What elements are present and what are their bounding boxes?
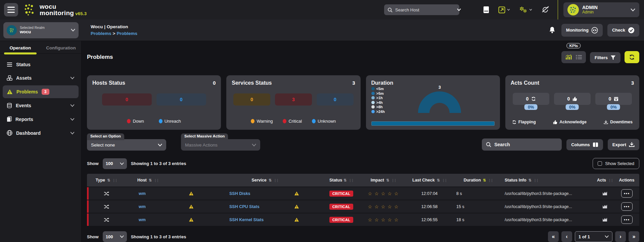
sidebar-item-reports[interactable]: Reports (3, 113, 79, 125)
breadcrumb-link-problems-section[interactable]: Problems (91, 31, 111, 36)
service-link[interactable]: SSH CPU Stats (229, 204, 260, 209)
flapping-count[interactable]: 0 0% (513, 93, 549, 105)
acts-cell[interactable] (596, 217, 614, 222)
table-row[interactable]: wm SSH CPU Stats CRITICAL ☆☆☆☆☆ 12:06:58… (87, 200, 639, 213)
drag-handle-icon[interactable]: ⋮⋮ (488, 178, 493, 182)
row-actions-button[interactable]: ●●● (621, 215, 633, 224)
column-status[interactable]: Status⇅⋮⋮ (322, 176, 361, 184)
show-selected-checkbox[interactable] (598, 161, 602, 166)
column-status-info[interactable]: Status Info⇅⋮⋮ (503, 176, 596, 184)
user-menu[interactable]: ADMIN Admin (563, 2, 639, 17)
search-host-combobox[interactable] (384, 4, 459, 15)
drag-handle-icon[interactable]: ⋮⋮ (154, 178, 158, 182)
page-title: Problems (87, 54, 113, 63)
previous-page-button[interactable]: ‹ (561, 231, 572, 242)
drag-handle-icon[interactable]: ⋮⋮ (274, 178, 278, 182)
show-selected-toggle[interactable]: Show Selected (593, 158, 639, 169)
page-size-select[interactable]: 100 (103, 158, 127, 169)
auto-refresh-off-icon[interactable] (541, 6, 550, 14)
services-total: 3 (352, 80, 355, 86)
sort-icon[interactable]: ⇅ (528, 178, 532, 183)
sort-icon[interactable]: ⇅ (269, 178, 272, 183)
column-duration[interactable]: Duration⇅⋮⋮ (453, 176, 503, 184)
column-type[interactable]: Type⇅⋮⋮ (89, 176, 124, 184)
realm-selector[interactable]: Selected Realm wocu (3, 22, 79, 38)
column-host[interactable]: Host⇅⋮⋮ (124, 176, 208, 184)
drag-handle-icon[interactable]: ⋮⋮ (112, 178, 117, 182)
services-critical-bar[interactable]: 3 (275, 93, 312, 106)
services-unknown-bar[interactable]: 0 (317, 93, 354, 106)
select-option-dropdown[interactable]: Select none (87, 139, 166, 151)
next-page-button[interactable]: › (615, 231, 626, 242)
service-link[interactable]: SSH Disks (229, 191, 250, 196)
impact-stars[interactable]: ☆☆☆☆☆ (361, 191, 406, 196)
page-size-select[interactable]: 100 (103, 231, 127, 242)
sidebar-item-problems[interactable]: Problems 3 (3, 85, 79, 98)
table-row[interactable]: wm SSH Kernel Stats CRITICAL ☆☆☆☆☆ 12:06… (87, 213, 639, 226)
columns-button[interactable]: Columns (566, 139, 603, 150)
sidebar-item-dashboard[interactable]: Dashboard (3, 127, 79, 139)
drag-handle-icon[interactable]: ⋮⋮ (349, 178, 353, 182)
impact-stars[interactable]: ☆☆☆☆☆ (361, 204, 406, 209)
search-host-input[interactable] (395, 7, 454, 12)
column-acts[interactable]: Acts⋮⋮ (596, 176, 614, 184)
sort-icon[interactable]: ⇅ (386, 178, 389, 183)
check-toggle-button[interactable]: Check (607, 24, 639, 37)
acts-cell[interactable] (596, 191, 614, 196)
tab-operation[interactable]: Operation (0, 41, 41, 53)
drag-handle-icon[interactable]: ⋮⋮ (442, 178, 447, 182)
column-service[interactable]: Service⇅⋮⋮ (208, 176, 322, 184)
sort-icon[interactable]: ⇅ (343, 178, 347, 183)
drag-handle-icon[interactable]: ⋮⋮ (391, 178, 396, 182)
host-link[interactable]: wm (139, 204, 146, 209)
kpi-view-toggle[interactable] (561, 51, 586, 63)
sort-icon[interactable]: ⇅ (107, 178, 110, 183)
massive-actions-dropdown[interactable]: Massive Actions (181, 139, 260, 151)
chevron-down-icon (70, 132, 75, 134)
sort-icon[interactable]: ⇅ (437, 178, 440, 183)
last-page-button[interactable]: » (629, 231, 639, 242)
drag-handle-icon[interactable]: ⋮⋮ (608, 178, 613, 182)
drag-handle-icon[interactable]: ⋮⋮ (534, 178, 538, 182)
monitoring-toggle-button[interactable]: Monitoring (561, 24, 603, 37)
external-tools-menu[interactable] (498, 6, 510, 13)
settings-menu[interactable] (519, 6, 532, 13)
hosts-down-bar[interactable]: 0 (102, 93, 152, 106)
services-warning-bar[interactable]: 0 (233, 93, 270, 106)
breadcrumb-link-problems-page[interactable]: Problems (117, 31, 137, 36)
column-last-check[interactable]: Last Check⇅⋮⋮ (406, 176, 453, 184)
row-actions-button[interactable]: ●●● (621, 189, 633, 198)
acts-cell[interactable] (596, 204, 614, 209)
duration-gauge[interactable] (418, 91, 461, 113)
hamburger-menu-button[interactable] (4, 3, 18, 16)
host-link[interactable]: wm (139, 191, 146, 196)
table-search-input[interactable] (494, 142, 545, 147)
sidebar-item-assets[interactable]: Assets (3, 72, 79, 84)
filters-button[interactable]: Filters (590, 52, 620, 63)
column-impact[interactable]: Impact⇅⋮⋮ (361, 176, 406, 184)
sidebar-item-events[interactable]: Events (3, 99, 79, 112)
sort-icon-active[interactable]: ⇅ (483, 178, 486, 183)
sidebar-item-status[interactable]: Status (3, 58, 79, 71)
notifications-bell-icon[interactable] (549, 27, 555, 34)
impact-stars[interactable]: ☆☆☆☆☆ (361, 217, 406, 223)
table-row[interactable]: wm SSH Disks CRITICAL ☆☆☆☆☆ 12:07:04 8 s… (87, 187, 639, 200)
page-select[interactable]: 1 of 1 (575, 231, 612, 242)
documentation-icon[interactable] (483, 6, 490, 13)
reports-icon (7, 116, 12, 122)
hosts-unreach-bar[interactable]: 0 (156, 93, 206, 106)
tab-configuration[interactable]: Configuration (41, 41, 81, 53)
sort-icon[interactable]: ⇅ (149, 178, 152, 183)
export-button[interactable]: Export (608, 139, 639, 150)
host-link[interactable]: wm (139, 217, 146, 222)
duration-dot (371, 110, 375, 113)
first-page-button[interactable]: « (548, 231, 559, 242)
row-actions-button[interactable]: ●●● (621, 202, 633, 211)
refresh-button[interactable] (625, 51, 639, 63)
downtimes-count[interactable]: 0 0% (595, 93, 632, 105)
table-search[interactable] (482, 138, 562, 151)
star-icon: ☆ (387, 204, 392, 209)
service-link[interactable]: SSH Kernel Stats (229, 217, 264, 222)
acknowledge-count[interactable]: 0 0% (554, 93, 591, 105)
duration-total-bar[interactable] (371, 121, 495, 126)
